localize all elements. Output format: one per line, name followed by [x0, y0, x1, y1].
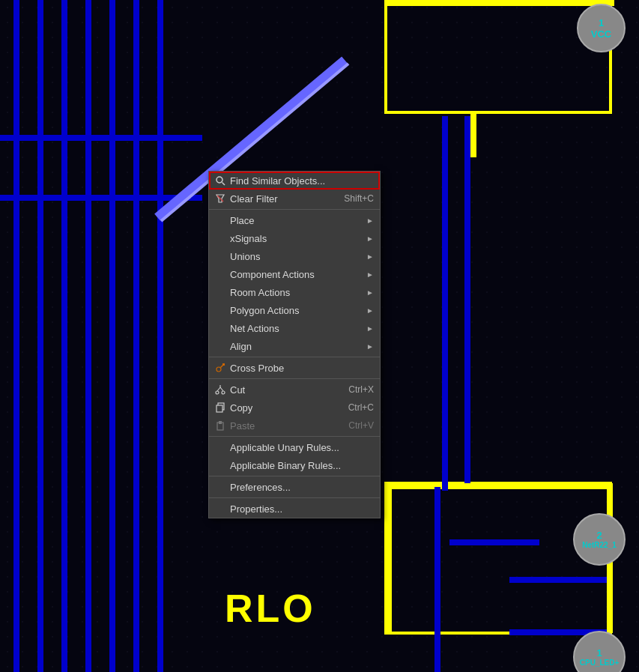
paste-shortcut: Ctrl+V — [348, 420, 374, 431]
unions-arrow: ► — [366, 252, 374, 261]
menu-item-unions[interactable]: Unions ► — [209, 247, 380, 265]
room-actions-label: Room Actions — [230, 287, 290, 298]
room-actions-arrow: ► — [366, 288, 374, 297]
xsignals-arrow: ► — [366, 234, 374, 243]
menu-item-paste[interactable]: Paste Ctrl+V — [209, 417, 380, 435]
separator-2 — [209, 357, 380, 357]
cpu-label: CPU_LED+ — [580, 659, 620, 668]
component-actions-arrow: ► — [366, 270, 374, 279]
vcc-label: VCC — [591, 28, 611, 40]
search-icon — [213, 174, 227, 187]
menu-item-unary-rules[interactable]: Applicable Unary Rules... — [209, 438, 380, 456]
find-similar-label: Find Similar Objects... — [230, 175, 325, 187]
paste-label: Paste — [230, 420, 255, 432]
separator-6 — [209, 497, 380, 498]
align-label: Align — [230, 341, 252, 352]
polygon-actions-arrow: ► — [366, 306, 374, 315]
clear-filter-icon — [213, 192, 227, 205]
svg-rect-33 — [222, 363, 225, 366]
menu-item-preferences[interactable]: Preferences... — [209, 478, 380, 496]
svg-rect-18 — [386, 483, 392, 633]
vcc-number: 1 — [599, 17, 604, 28]
place-arrow: ► — [366, 217, 374, 225]
svg-rect-8 — [133, 0, 139, 672]
unions-label: Unions — [230, 251, 260, 262]
svg-rect-26 — [464, 116, 470, 483]
svg-line-30 — [217, 196, 223, 202]
net-number: 2 — [596, 530, 602, 541]
menu-item-room-actions[interactable]: Room Actions ► — [209, 283, 380, 301]
rlo-label: RLO — [225, 586, 316, 631]
svg-rect-15 — [470, 112, 476, 157]
svg-rect-5 — [61, 0, 67, 672]
xsignals-label: xSignals — [230, 233, 267, 244]
menu-item-clear-filter[interactable]: Clear Filter Shift+C — [209, 190, 380, 208]
cut-icon — [213, 383, 227, 396]
menu-item-place[interactable]: Place ► — [209, 211, 380, 229]
copy-icon — [213, 401, 227, 414]
svg-rect-11 — [0, 135, 202, 141]
svg-rect-40 — [216, 405, 222, 412]
svg-rect-16 — [386, 0, 614, 6]
menu-item-binary-rules[interactable]: Applicable Binary Rules... — [209, 456, 380, 474]
menu-item-cut[interactable]: Cut Ctrl+X — [209, 381, 380, 399]
cross-probe-icon — [213, 361, 227, 375]
separator-1 — [209, 209, 380, 210]
polygon-actions-label: Polygon Actions — [230, 305, 300, 316]
net-actions-arrow: ► — [366, 324, 374, 333]
svg-rect-21 — [434, 487, 440, 672]
menu-item-copy[interactable]: Copy Ctrl+C — [209, 399, 380, 417]
svg-point-35 — [222, 391, 225, 394]
menu-item-find-similar[interactable]: Find Similar Objects... — [209, 172, 380, 190]
svg-point-31 — [216, 367, 221, 372]
svg-rect-9 — [157, 0, 163, 672]
clear-filter-shortcut: Shift+C — [344, 193, 374, 204]
menu-item-cross-probe[interactable]: Cross Probe — [209, 359, 380, 377]
vcc-pad: 1 VCC — [577, 4, 626, 52]
svg-line-36 — [217, 387, 220, 391]
svg-rect-42 — [219, 421, 222, 424]
menu-item-properties[interactable]: Properties... — [209, 500, 380, 518]
copy-label: Copy — [230, 402, 252, 414]
menu-item-component-actions[interactable]: Component Actions ► — [209, 265, 380, 283]
binary-rules-label: Applicable Binary Rules... — [230, 460, 341, 471]
separator-5 — [209, 476, 380, 476]
svg-rect-24 — [449, 539, 539, 545]
unary-rules-label: Applicable Unary Rules... — [230, 442, 339, 453]
separator-4 — [209, 436, 380, 437]
menu-item-xsignals[interactable]: xSignals ► — [209, 229, 380, 247]
cut-shortcut: Ctrl+X — [348, 384, 374, 395]
place-label: Place — [230, 215, 255, 226]
menu-item-align[interactable]: Align ► — [209, 337, 380, 355]
preferences-label: Preferences... — [230, 482, 291, 493]
separator-3 — [209, 378, 380, 379]
copy-shortcut: Ctrl+C — [348, 402, 374, 413]
align-arrow: ► — [366, 342, 374, 351]
svg-point-34 — [216, 391, 219, 394]
svg-line-28 — [222, 183, 225, 186]
paste-icon — [213, 419, 227, 432]
svg-rect-6 — [85, 0, 91, 672]
clear-filter-label: Clear Filter — [230, 193, 278, 205]
cut-label: Cut — [230, 384, 245, 396]
net-actions-label: Net Actions — [230, 323, 279, 334]
menu-item-polygon-actions[interactable]: Polygon Actions ► — [209, 301, 380, 319]
cross-probe-label: Cross Probe — [230, 363, 284, 374]
menu-item-net-actions[interactable]: Net Actions ► — [209, 319, 380, 337]
net-pad: 2 NetR22_1 — [573, 513, 626, 566]
svg-line-37 — [220, 387, 223, 391]
svg-rect-3 — [13, 0, 19, 672]
properties-label: Properties... — [230, 503, 282, 515]
svg-rect-20 — [386, 483, 611, 489]
svg-rect-7 — [109, 0, 115, 672]
component-actions-label: Component Actions — [230, 269, 315, 280]
net-label: NetR22_1 — [582, 541, 617, 550]
svg-rect-25 — [442, 116, 448, 491]
svg-rect-22 — [509, 577, 607, 583]
context-menu: Find Similar Objects... Clear Filter Shi… — [208, 171, 381, 518]
cpu-number: 1 — [596, 647, 602, 659]
svg-rect-4 — [37, 0, 43, 672]
svg-point-27 — [216, 177, 222, 183]
